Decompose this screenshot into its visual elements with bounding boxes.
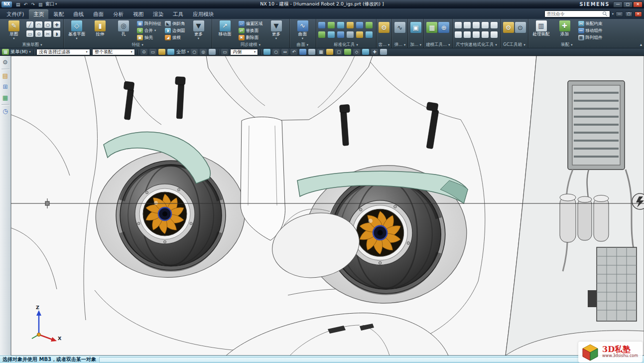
dim-format-icon[interactable] <box>482 22 489 28</box>
shaded-view-icon[interactable] <box>308 49 315 55</box>
std-tool-icon[interactable] <box>328 22 335 28</box>
menu-button[interactable]: ▦ 菜单(M) ▾ <box>2 49 31 55</box>
gear-modeling-icon[interactable]: ⚙ <box>379 22 389 33</box>
dim-format-icon[interactable] <box>455 31 462 38</box>
window-layout-icon[interactable]: ▢ <box>335 49 342 55</box>
preferences-icon[interactable] <box>380 49 387 55</box>
dim-format-icon[interactable] <box>473 22 480 28</box>
selection-scope-select[interactable]: 整个装配▾ <box>92 49 135 55</box>
doc-minimize-button[interactable]: — <box>616 11 623 17</box>
offset-region-button[interactable]: ▱ 偏置区域 <box>238 20 264 27</box>
draft-button[interactable]: ◢ 拔模 <box>164 34 186 41</box>
modeling-tool-icon[interactable]: ▦ <box>426 22 437 33</box>
select-icon[interactable]: ⊙ <box>140 49 147 55</box>
rectangle-icon[interactable]: ▭ <box>26 30 33 37</box>
group-label-machining[interactable]: 加...▾ <box>410 42 421 48</box>
std-tool-icon[interactable] <box>318 31 325 38</box>
dim-format-icon[interactable] <box>455 22 462 28</box>
std-tool-icon[interactable] <box>318 22 325 28</box>
std-tool-icon[interactable] <box>366 31 373 38</box>
rapid-dimension-icon[interactable]: ✚ <box>53 21 60 28</box>
edit-section-icon[interactable] <box>326 49 333 55</box>
pattern-component-button[interactable]: ▩ 阵列组件 <box>577 34 604 41</box>
chamfer-button[interactable]: ◣ 倒斜角 <box>164 20 186 27</box>
restore-button[interactable]: ▢ <box>623 1 633 7</box>
snap-center-icon[interactable]: ◎ <box>200 49 207 55</box>
tab-file[interactable]: 文件(F) <box>2 9 28 19</box>
zoom-icon[interactable]: ○ <box>272 49 279 55</box>
process-assembly-button[interactable]: ▥ 处理装配 <box>530 20 552 37</box>
machining-prep-icon[interactable]: ▣ <box>410 22 421 33</box>
fit-view-icon[interactable] <box>263 49 270 55</box>
tab-analysis[interactable]: 分析 <box>109 9 128 19</box>
dim-format-icon[interactable] <box>491 31 498 38</box>
shell-button[interactable]: ▣ 抽壳 <box>136 34 162 41</box>
pattern-feature-button[interactable]: ▦ 阵列特征 <box>136 20 162 27</box>
unite-button[interactable]: ⊕ 合并▾ <box>136 27 162 34</box>
history-icon[interactable]: ◷ <box>1 107 10 116</box>
replace-face-button[interactable]: ⇄ 替换面 <box>238 27 264 34</box>
box-select-icon[interactable]: ▭ <box>149 49 156 55</box>
point-icon[interactable]: ⊙ <box>35 30 42 37</box>
std-tool-icon[interactable] <box>347 22 354 28</box>
std-tool-icon[interactable] <box>337 31 344 38</box>
dim-format-icon[interactable] <box>482 31 489 38</box>
snap-midpoint-icon[interactable] <box>167 49 174 55</box>
arc-icon[interactable]: ◠ <box>35 21 42 28</box>
snap-point-icon[interactable] <box>158 49 165 55</box>
redo-icon[interactable]: ↷ <box>29 1 37 7</box>
minimize-button[interactable]: — <box>613 1 623 7</box>
fillet-icon[interactable]: ◗ <box>53 30 60 37</box>
group-label-modeling-tools[interactable]: 建模工具...▾ <box>426 42 450 48</box>
tab-render[interactable]: 渲染 <box>148 9 168 19</box>
std-tool-icon[interactable] <box>337 22 344 28</box>
window-menu-button[interactable]: 窗口 ▾ <box>45 1 57 7</box>
doc-restore-button[interactable]: ▢ <box>625 11 633 17</box>
dim-format-icon[interactable] <box>473 31 480 38</box>
tab-tools[interactable]: 工具 <box>168 9 188 19</box>
add-component-button[interactable]: ✚ 添加 <box>554 20 576 37</box>
surface-button[interactable]: ∿ 曲面 ▾ <box>292 20 314 40</box>
datum-plane-button[interactable]: ◇ 基准平面 ▾ <box>66 20 88 40</box>
group-label-spring[interactable]: 弹...▾ <box>394 42 405 48</box>
group-label-assembly[interactable]: 装配▾ <box>530 42 604 48</box>
command-finder-input[interactable] <box>547 11 601 16</box>
group-label-sync[interactable]: 同步建模▾ <box>214 42 287 48</box>
tab-assemblies[interactable]: 装配 <box>49 9 68 19</box>
snap-endpoint-icon[interactable]: ○ <box>191 49 198 55</box>
print-icon[interactable]: ▥ <box>37 1 44 7</box>
undo-icon[interactable]: ↶ <box>22 1 29 7</box>
gc-toolbox-icon[interactable]: ⚙ <box>503 22 514 33</box>
move-component-button[interactable]: ↔ 移动组件 <box>577 27 604 34</box>
hole-button[interactable]: ◎ 孔 <box>113 20 134 37</box>
tab-application[interactable]: 应用模块 <box>188 9 218 19</box>
snap-all-select[interactable]: 全部▾ <box>176 49 189 55</box>
doc-close-button[interactable]: ✕ <box>635 11 642 17</box>
move-face-button[interactable]: ↗ 移动面 <box>214 20 236 37</box>
show-hide-icon[interactable] <box>344 49 351 55</box>
assembly-cut-icon[interactable]: ▭ <box>221 49 228 55</box>
std-tool-icon[interactable] <box>356 22 363 28</box>
extrude-button[interactable]: ▮ 拉伸 <box>89 20 111 37</box>
gc-toolbox-icon[interactable]: ⊙ <box>515 22 526 33</box>
std-tool-icon[interactable] <box>347 31 354 38</box>
group-label-surface[interactable]: 曲面▾ <box>292 42 314 48</box>
ribbon-collapse-icon[interactable]: ▴ <box>640 42 642 47</box>
part-navigator-icon[interactable]: ▦ <box>1 93 10 102</box>
std-tool-icon[interactable] <box>356 31 363 38</box>
feature-more-button[interactable]: ▼ 更多 ▾ <box>188 20 210 40</box>
save-icon[interactable]: ▤ <box>14 1 22 7</box>
delete-face-button[interactable]: ✖ 删除面 <box>238 34 264 41</box>
std-tool-icon[interactable] <box>366 22 373 28</box>
tab-curve[interactable]: 曲线 <box>69 9 88 19</box>
roles-gear-icon[interactable]: ⚙ <box>1 58 10 67</box>
group-label-direct-sketch[interactable]: 直接草图▾ <box>3 42 61 48</box>
group-label-std-tools[interactable]: 标准化工具▾ <box>318 42 374 48</box>
group-label-gc-toolbox[interactable]: GC工具箱▾ <box>503 42 526 48</box>
snap-intersection-icon[interactable] <box>209 49 216 55</box>
assembly-navigator-icon[interactable]: ▤ <box>1 71 10 80</box>
snap-enable-icon[interactable] <box>362 49 369 55</box>
constraint-navigator-icon[interactable]: ⊞ <box>1 82 10 91</box>
group-label-dim-format[interactable]: 尺寸快速格式化工具▾ <box>455 42 499 48</box>
dim-format-icon[interactable] <box>491 22 498 28</box>
